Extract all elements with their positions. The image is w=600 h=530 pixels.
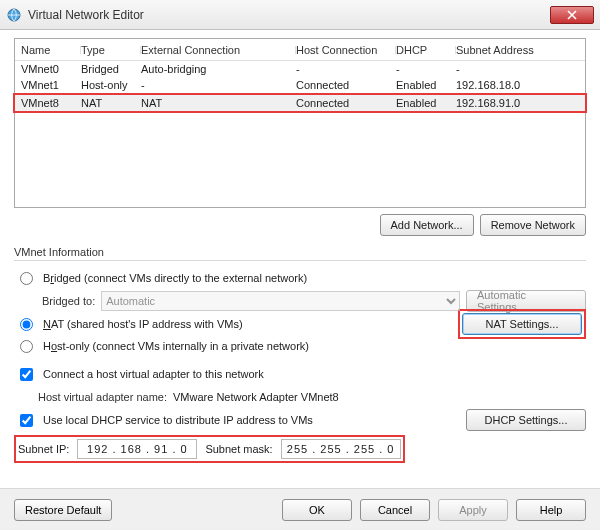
- help-button[interactable]: Help: [516, 499, 586, 521]
- table-row[interactable]: VMnet0 Bridged Auto-bridging - - -: [15, 61, 585, 77]
- apply-button: Apply: [438, 499, 508, 521]
- bridged-to-label: Bridged to:: [42, 295, 95, 307]
- hostonly-radio[interactable]: [20, 340, 33, 353]
- nat-radio-line[interactable]: NAT (shared host's IP address with VMs) …: [14, 313, 586, 335]
- subnet-ip-input[interactable]: 192 . 168 . 91 . 0: [77, 439, 197, 459]
- use-dhcp-label: Use local DHCP service to distribute IP …: [43, 414, 313, 426]
- remove-network-button[interactable]: Remove Network: [480, 214, 586, 236]
- adapter-name-label: Host virtual adapter name:: [38, 391, 167, 403]
- app-icon: [6, 7, 22, 23]
- dhcp-settings-button[interactable]: DHCP Settings...: [466, 409, 586, 431]
- nat-settings-button[interactable]: NAT Settings...: [462, 313, 582, 335]
- ok-button[interactable]: OK: [282, 499, 352, 521]
- add-network-button[interactable]: Add Network...: [380, 214, 474, 236]
- nat-radio[interactable]: [20, 318, 33, 331]
- col-dhcp[interactable]: DHCP: [396, 44, 456, 56]
- bridged-radio-line[interactable]: Bridged (connect VMs directly to the ext…: [14, 267, 586, 289]
- bridged-radio[interactable]: [20, 272, 33, 285]
- subnet-mask-label: Subnet mask:: [205, 443, 272, 455]
- connect-adapter-checkbox[interactable]: [20, 368, 33, 381]
- use-dhcp-line[interactable]: Use local DHCP service to distribute IP …: [14, 409, 586, 431]
- subnet-ip-label: Subnet IP:: [18, 443, 69, 455]
- adapter-name-value: VMware Network Adapter VMnet8: [173, 391, 339, 403]
- table-row[interactable]: VMnet1 Host-only - Connected Enabled 192…: [15, 77, 585, 93]
- table-row[interactable]: VMnet8 NAT NAT Connected Enabled 192.168…: [15, 95, 585, 111]
- bridged-to-select: Automatic: [101, 291, 460, 311]
- highlight-annotation: Subnet IP: 192 . 168 . 91 . 0 Subnet mas…: [14, 435, 405, 463]
- bridged-label: Bridged (connect VMs directly to the ext…: [43, 272, 307, 284]
- window-close-button[interactable]: [550, 6, 594, 24]
- col-ext[interactable]: External Connection: [141, 44, 296, 56]
- col-host[interactable]: Host Connection: [296, 44, 396, 56]
- cancel-button[interactable]: Cancel: [360, 499, 430, 521]
- close-icon: [567, 10, 577, 20]
- use-dhcp-checkbox[interactable]: [20, 414, 33, 427]
- col-type[interactable]: Type: [81, 44, 141, 56]
- dialog-footer: Restore Default OK Cancel Apply Help: [0, 488, 600, 530]
- connect-adapter-label: Connect a host virtual adapter to this n…: [43, 368, 264, 380]
- highlight-annotation: VMnet8 NAT NAT Connected Enabled 192.168…: [13, 93, 587, 113]
- titlebar: Virtual Network Editor: [0, 0, 600, 30]
- nat-label: NAT (shared host's IP address with VMs): [43, 318, 243, 330]
- network-table[interactable]: Name Type External Connection Host Conne…: [14, 38, 586, 208]
- hostonly-label: Host-only (connect VMs internally in a p…: [43, 340, 309, 352]
- table-header-row: Name Type External Connection Host Conne…: [15, 39, 585, 61]
- subnet-mask-input[interactable]: 255 . 255 . 255 . 0: [281, 439, 401, 459]
- window-title: Virtual Network Editor: [28, 8, 144, 22]
- vmnet-info-label: VMnet Information: [14, 246, 586, 258]
- col-subnet[interactable]: Subnet Address: [456, 44, 576, 56]
- highlight-annotation: NAT Settings...: [458, 309, 586, 339]
- connect-adapter-line[interactable]: Connect a host virtual adapter to this n…: [14, 363, 586, 385]
- col-name[interactable]: Name: [21, 44, 81, 56]
- restore-default-button[interactable]: Restore Default: [14, 499, 112, 521]
